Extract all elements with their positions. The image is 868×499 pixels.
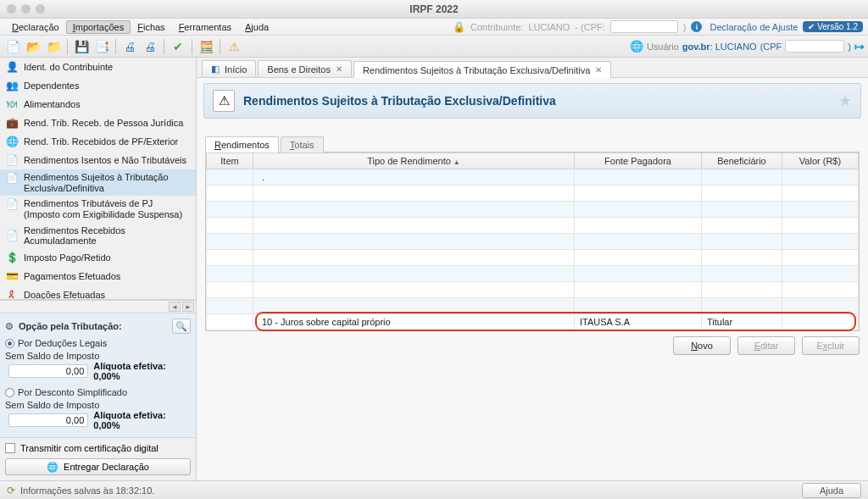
close-tab-icon[interactable]: ✕ (595, 65, 602, 75)
warning-icon[interactable]: ⚠ (225, 37, 243, 56)
value-field-1[interactable]: 0,00 (8, 364, 88, 378)
sidebar-item[interactable]: 👥Dependentes (0, 76, 196, 95)
table-row[interactable]: 10 - Juros sobre capital próprioITAUSA S… (207, 314, 859, 330)
panel-title: Rendimentos Sujeitos à Tributação Exclus… (243, 94, 830, 108)
calc-icon[interactable]: 🧮 (197, 37, 215, 56)
print2-icon[interactable]: 🖨 (141, 37, 159, 56)
save-icon[interactable]: 💾 (72, 37, 91, 56)
col-tipo-label: Tipo de Rendimento (367, 156, 451, 166)
data-grid[interactable]: Item Tipo de Rendimento▲ Fonte Pagadora … (206, 152, 859, 330)
col-item[interactable]: Item (207, 153, 253, 169)
info-icon[interactable]: i (691, 21, 702, 32)
nav-item-label: Dependentes (24, 80, 191, 91)
radio-simplificado[interactable]: Por Desconto Simplificado (5, 386, 191, 398)
open-icon[interactable]: 📂 (24, 37, 42, 56)
menu-importações[interactable]: Importações (66, 20, 131, 34)
menu-ferramentas[interactable]: Ferramentas (172, 20, 238, 34)
table-row[interactable] (207, 250, 859, 266)
cell-tipo (253, 250, 575, 266)
menubar: DeclaraçãoImportaçõesFichasFerramentasAj… (0, 19, 868, 36)
menu-fichas[interactable]: Fichas (131, 20, 171, 34)
nav-list[interactable]: 👤Ident. do Contribuinte👥Dependentes🍽Alim… (0, 58, 196, 300)
cell-tipo: . (253, 169, 575, 186)
new-icon[interactable]: 📄 (3, 37, 22, 56)
sidebar-item[interactable]: 💼Rend. Trib. Receb. de Pessoa Jurídica (0, 114, 196, 132)
contrib-label: Contribuinte: (470, 22, 523, 32)
transmit-row[interactable]: Transmitir com certificação digital (0, 437, 196, 457)
cpf-field-toolbar[interactable] (785, 40, 844, 53)
user-prefix: Usuário (647, 42, 679, 52)
table-row[interactable]: . (207, 169, 859, 186)
scroll-right-icon[interactable]: ► (182, 302, 194, 312)
col-fonte[interactable]: Fonte Pagadora (575, 153, 702, 169)
table-row[interactable] (207, 266, 859, 282)
favorite-star-icon[interactable]: ★ (838, 91, 852, 110)
aliq-1: Alíquota efetiva: 0,00% (93, 361, 191, 381)
tab[interactable]: Rendimentos Sujeitos à Tributação Exclus… (353, 61, 611, 78)
col-valor[interactable]: Valor (R$) (782, 153, 859, 169)
sidebar-item[interactable]: 💳Pagamentos Efetuados (0, 267, 196, 286)
nav-item-icon: 📄 (5, 198, 19, 212)
aliq-2: Alíquota efetiva: 0,00% (93, 410, 191, 430)
cell-fonte (575, 186, 702, 202)
subtab[interactable]: Rendimentos (205, 136, 279, 152)
nav-item-icon: 🌐 (5, 135, 19, 148)
cpf-field-top[interactable] (610, 20, 678, 33)
ajuste-link[interactable]: Declaração de Ajuste (709, 22, 798, 32)
table-row[interactable] (207, 218, 859, 234)
sidebar-item[interactable]: 🍽Alimentandos (0, 95, 196, 114)
sidebar-item[interactable]: 🎗Doações Efetuadas (0, 286, 196, 301)
subtab[interactable]: Totais (281, 136, 324, 152)
tab[interactable]: ◧Início (202, 60, 256, 77)
delete-button[interactable]: Excluir (802, 336, 860, 355)
sidebar-item[interactable]: 📄Rendimentos Tributáveis de PJ (Imposto … (0, 196, 196, 222)
cell-item (207, 186, 253, 202)
magnifier-button[interactable]: 🔍 (172, 319, 191, 334)
cell-benef (702, 169, 782, 186)
table-row[interactable] (207, 202, 859, 218)
cell-valor (782, 202, 859, 218)
print-icon[interactable]: 🖨 (120, 37, 139, 56)
tab[interactable]: Bens e Direitos✕ (258, 60, 352, 77)
radio-icon (5, 339, 14, 348)
check-icon[interactable]: ✔ (169, 37, 187, 56)
radio-icon (5, 388, 14, 397)
sidebar-item[interactable]: 📄Rendimentos Sujeitos à Tributação Exclu… (0, 169, 196, 196)
home-icon: ◧ (211, 64, 220, 75)
table-row[interactable] (207, 298, 859, 314)
sidebar-item[interactable]: 👤Ident. do Contribuinte (0, 58, 196, 76)
radio-deducoes[interactable]: Por Deduções Legais (5, 337, 191, 349)
sidebar-item[interactable]: 🌐Rend. Trib. Recebidos de PF/Exterior (0, 132, 196, 151)
exit-icon[interactable]: ↦ (854, 40, 865, 53)
nav-hscroll[interactable]: ◄ ► (0, 300, 196, 313)
value-field-2[interactable]: 0,00 (8, 413, 88, 427)
table-row[interactable] (207, 282, 859, 298)
user-value: LUCIANO (715, 42, 757, 52)
cell-valor (782, 266, 859, 282)
cell-benef: Titular (702, 314, 782, 330)
menu-ajuda[interactable]: Ajuda (238, 20, 275, 34)
copy-icon[interactable]: 📑 (92, 37, 111, 56)
cell-valor (782, 314, 859, 330)
close-tab-icon[interactable]: ✕ (336, 64, 342, 74)
window-title: IRPF 2022 (0, 3, 868, 15)
folder-import-icon[interactable]: 📁 (44, 37, 63, 56)
table-row[interactable] (207, 186, 859, 202)
sidebar-item[interactable]: 💲Imposto Pago/Retido (0, 248, 196, 267)
nav-item-icon: 👤 (5, 60, 19, 74)
nav-item-icon: 💲 (5, 251, 19, 264)
edit-button[interactable]: Editar (737, 336, 795, 355)
scroll-left-icon[interactable]: ◄ (169, 302, 181, 312)
table-row[interactable] (207, 234, 859, 250)
help-button[interactable]: Ajuda (802, 483, 861, 498)
new-button[interactable]: Novo (673, 336, 731, 355)
menu-declaração[interactable]: Declaração (5, 20, 66, 34)
checkbox-icon[interactable] (5, 443, 15, 453)
cell-valor (782, 250, 859, 266)
sidebar-item[interactable]: 📄Rendimentos Isentos e Não Tributáveis (0, 151, 196, 169)
col-benef[interactable]: Beneficiário (702, 153, 782, 169)
sidebar-item[interactable]: 📄Rendimentos Recebidos Acumuladamente (0, 223, 196, 248)
deliver-button[interactable]: 🌐 Entregar Declaração (5, 458, 191, 475)
col-tipo[interactable]: Tipo de Rendimento▲ (253, 153, 575, 169)
window-titlebar: IRPF 2022 (0, 0, 868, 19)
